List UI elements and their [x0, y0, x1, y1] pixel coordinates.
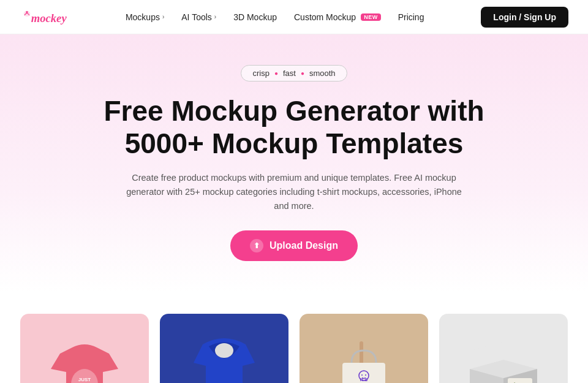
- new-badge: NEW: [361, 13, 381, 21]
- chevron-down-icon: ›: [162, 13, 164, 20]
- badge-item-crisp: crisp: [252, 69, 269, 78]
- nav-item-ai-tools[interactable]: AI Tools ›: [181, 12, 216, 22]
- nav-item-pricing[interactable]: Pricing: [398, 12, 424, 22]
- card-totebag[interactable]: IT'S OKE TO HOLD SPACE Totebag: [300, 314, 428, 383]
- upload-icon: ⬆: [250, 239, 263, 252]
- nav-links: Mockups › AI Tools › 3D Mockup Custom Mo…: [126, 12, 424, 22]
- svg-text:mockey: mockey: [31, 11, 67, 24]
- hero-badge: crisp ● fast ● smooth: [241, 65, 347, 82]
- hero-section: crisp ● fast ● smooth Free Mockup Genera…: [0, 34, 588, 292]
- login-signup-button[interactable]: Login / Sign Up: [481, 7, 568, 28]
- chevron-down-icon: ›: [214, 13, 216, 20]
- dot-icon: ●: [301, 70, 304, 77]
- svg-point-17: [361, 374, 363, 376]
- upload-design-button[interactable]: ⬆ Upload Design: [230, 230, 358, 261]
- nav-item-mockups[interactable]: Mockups ›: [126, 12, 164, 22]
- svg-point-2: [26, 11, 28, 13]
- navbar: mockey Mockups › AI Tools › 3D Mockup Cu…: [0, 0, 588, 34]
- mockup-cards: JUST DO IT T-shirt HERE ● ● Hoodie: [0, 292, 588, 383]
- card-box[interactable]: Lemon Organics Box: [439, 314, 568, 383]
- card-hoodie[interactable]: HERE ● ● Hoodie: [160, 314, 288, 383]
- logo[interactable]: mockey: [20, 6, 69, 28]
- svg-rect-10: [360, 341, 363, 366]
- svg-point-18: [365, 374, 366, 376]
- svg-text:JUST: JUST: [78, 377, 91, 382]
- svg-point-7: [215, 343, 233, 358]
- hero-subtext: Create free product mockups with premium…: [123, 171, 466, 214]
- dot-icon: ●: [274, 70, 278, 77]
- card-tshirt[interactable]: JUST DO IT T-shirt: [20, 314, 149, 383]
- badge-item-fast: fast: [283, 69, 296, 78]
- nav-item-3d-mockup[interactable]: 3D Mockup: [233, 12, 277, 22]
- nav-item-custom-mockup[interactable]: Custom Mockup NEW: [294, 12, 381, 22]
- badge-item-smooth: smooth: [309, 69, 336, 78]
- hero-heading: Free Mockup Generator with 5000+ Mockup …: [98, 95, 490, 160]
